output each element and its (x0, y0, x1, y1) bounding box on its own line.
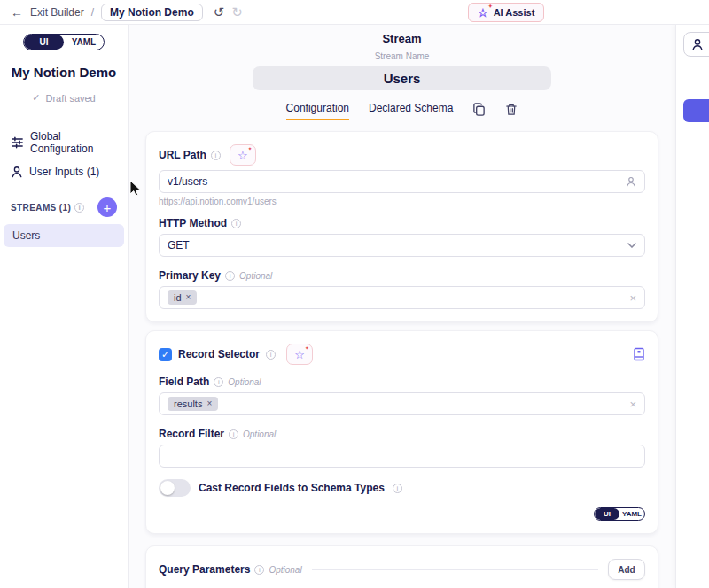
cast-fields-info-icon[interactable]: i (393, 484, 402, 493)
streams-header-label: STREAMS (1) (11, 203, 71, 213)
http-method-value: GET (168, 239, 622, 251)
url-preview-text: https://api.notion.comv1/users (159, 197, 645, 206)
sidebar-item-user-inputs[interactable]: User Inputs (1) (0, 160, 128, 183)
clear-tags-icon[interactable]: × (629, 292, 636, 304)
stream-name-label: Stream Name (129, 51, 675, 61)
query-parameters-optional-label: Optional (269, 565, 301, 575)
yaml-toggle-option[interactable]: YAML (619, 508, 644, 520)
add-query-parameter-button[interactable]: Add (608, 559, 645, 580)
primary-key-tag-input[interactable]: id × × (159, 286, 645, 309)
connector-title: My Notion Demo (0, 65, 128, 80)
field-path-optional-label: Optional (228, 377, 261, 387)
user-variable-icon[interactable] (626, 176, 636, 187)
sliders-icon (11, 136, 24, 149)
user-icon (691, 38, 704, 50)
ui-toggle-option[interactable]: UI (595, 508, 619, 520)
tab-declared-schema[interactable]: Declared Schema (369, 102, 453, 119)
redo-icon[interactable]: ↻ (231, 5, 243, 19)
cast-fields-label: Cast Record Fields to Schema Types (199, 482, 385, 494)
primary-key-optional-label: Optional (239, 271, 272, 281)
record-selector-card: ✓ Record Selector i ☆✦ Field Path i Opti… (145, 330, 658, 534)
tag-label: results (174, 398, 202, 409)
docs-book-icon[interactable] (633, 347, 645, 361)
ai-assist-button[interactable]: ☆✦ AI Assist (468, 3, 544, 22)
clear-tags-icon[interactable]: × (629, 398, 636, 410)
streams-section-header: STREAMS (1) i + (0, 183, 128, 224)
record-selector-info-icon[interactable]: i (266, 350, 276, 360)
streams-info-icon[interactable]: i (74, 203, 84, 213)
sparkle-star-icon: ☆✦ (238, 150, 248, 161)
yaml-toggle-option[interactable]: YAML (64, 35, 104, 50)
http-method-select[interactable]: GET (159, 234, 645, 257)
url-path-ai-button[interactable]: ☆✦ (230, 144, 256, 166)
undo-icon[interactable]: ↺ (214, 5, 225, 19)
record-selector-ui-yaml-toggle: UI YAML (594, 507, 645, 521)
remove-tag-icon[interactable]: × (186, 293, 191, 302)
field-path-info-icon[interactable]: i (214, 377, 223, 387)
ai-assist-label: AI Assist (494, 7, 535, 18)
ui-yaml-toggle: UI YAML (23, 34, 105, 50)
sidebar-item-global-configuration[interactable]: Global Configuration (0, 125, 128, 160)
url-path-label: URL Path (159, 149, 206, 161)
user-inputs-label: User Inputs (1) (29, 166, 99, 178)
request-parameters-card: Query Parameters i Optional Add Request … (145, 545, 658, 588)
sparkle-star-icon: ☆✦ (294, 349, 305, 360)
add-stream-button[interactable]: + (97, 197, 117, 217)
url-path-value: v1/users (168, 175, 620, 188)
stream-name-input[interactable]: Users (253, 66, 551, 90)
delete-stream-icon[interactable] (505, 103, 518, 116)
query-parameters-label: Query Parameters (159, 563, 250, 576)
http-method-label: HTTP Method (159, 217, 227, 229)
copy-stream-icon[interactable] (472, 103, 486, 116)
global-configuration-label: Global Configuration (30, 130, 117, 155)
top-bar: ← Exit Builder / My Notion Demo ↺ ↻ ☆✦ A… (0, 0, 709, 25)
draft-status: ✓ Draft saved (0, 92, 128, 104)
tag-label: id (174, 292, 182, 303)
ai-sparkle-star-icon: ☆✦ (478, 7, 488, 19)
primary-key-tag: id × (168, 290, 197, 305)
ui-toggle-option[interactable]: UI (24, 35, 64, 50)
record-filter-label: Record Filter (159, 428, 224, 440)
connector-name-input[interactable]: My Notion Demo (101, 4, 203, 21)
user-icon (11, 166, 23, 178)
testing-values-button[interactable] (683, 32, 709, 57)
primary-key-info-icon[interactable]: i (225, 271, 235, 281)
record-filter-optional-label: Optional (243, 429, 276, 439)
field-path-tag-input[interactable]: results × × (159, 392, 645, 415)
record-filter-input[interactable] (159, 445, 645, 468)
builder-main: Stream Stream Name Users Configuration D… (129, 25, 675, 588)
test-stream-button[interactable] (683, 99, 709, 122)
cast-fields-toggle[interactable] (159, 479, 191, 497)
http-method-info-icon[interactable]: i (231, 219, 241, 228)
url-path-input[interactable]: v1/users (159, 170, 645, 193)
chevron-down-icon (627, 243, 636, 248)
record-selector-ai-button[interactable]: ☆✦ (286, 344, 313, 365)
check-icon: ✓ (32, 92, 40, 104)
exit-builder-link[interactable]: Exit Builder (30, 6, 84, 19)
record-filter-info-icon[interactable]: i (229, 429, 238, 439)
record-selector-checkbox[interactable]: ✓ (159, 348, 172, 361)
stream-tabs: Configuration Declared Schema (129, 102, 675, 122)
remove-tag-icon[interactable]: × (206, 399, 212, 408)
sidebar-stream-users[interactable]: Users (4, 224, 124, 247)
stream-heading: Stream (129, 32, 675, 45)
breadcrumb-separator: / (91, 6, 94, 19)
testing-panel (675, 25, 709, 588)
primary-key-label: Primary Key (159, 269, 221, 282)
sidebar: UI YAML My Notion Demo ✓ Draft saved Glo… (0, 25, 129, 588)
field-path-tag: results × (168, 397, 218, 411)
query-parameters-info-icon[interactable]: i (254, 565, 264, 575)
url-path-info-icon[interactable]: i (211, 151, 221, 160)
back-arrow-icon[interactable]: ← (11, 6, 23, 19)
request-options-card: URL Path i ☆✦ v1/users https://api.notio… (145, 131, 658, 322)
draft-status-label: Draft saved (45, 93, 95, 104)
tab-configuration[interactable]: Configuration (286, 102, 349, 120)
field-path-label: Field Path (159, 375, 209, 388)
record-selector-label: Record Selector (178, 348, 260, 360)
